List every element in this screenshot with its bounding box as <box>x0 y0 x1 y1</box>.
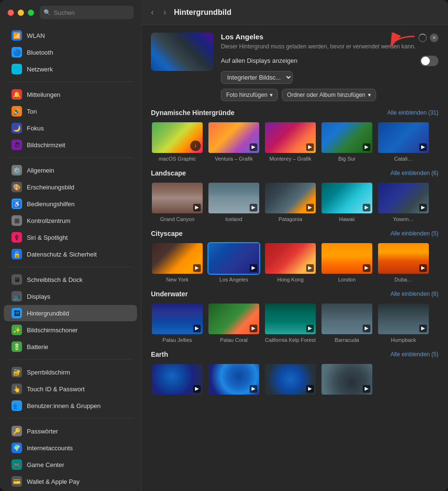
section-link-landscape[interactable]: Alle einblenden (6) <box>391 170 438 176</box>
source-select[interactable]: Integrierter Bildsc... <box>221 71 293 84</box>
sidebar-item-datenschutz[interactable]: 🔒 Datenschutz & Sicherheit <box>4 246 137 262</box>
bluetooth-icon: 🔵 <box>11 47 22 58</box>
wp-item-iceland[interactable]: Iceland <box>207 182 260 222</box>
sidebar-item-passwoerter[interactable]: 🔑 Passwörter <box>4 423 137 439</box>
divider-2 <box>8 157 133 158</box>
sidebar-label-touchid: Touch ID & Passwort <box>27 386 85 393</box>
main-body[interactable]: Los Angeles ✕ Dieser Hintergrund muss ge… <box>141 25 448 491</box>
forward-button[interactable]: › <box>161 5 168 19</box>
wp-thumb-iceland <box>207 182 260 214</box>
sidebar-item-bildschirmschoner[interactable]: ✨ Bildschirmschoner <box>4 322 137 338</box>
wp-thumb-dubai <box>377 242 430 275</box>
sidebar-item-netzwerk[interactable]: 🌐 Netzwerk <box>4 61 137 77</box>
play-badge-palau-coral <box>250 325 257 332</box>
sidebar-item-ton[interactable]: 🔊 Ton <box>4 103 137 119</box>
sidebar-section-general: ⚙️ Allgemein 🎨 Erscheinungsbild ♿ Bedien… <box>0 160 141 265</box>
wp-item-earth3[interactable] <box>264 363 317 397</box>
sidebar-item-gamecenter[interactable]: 🎮 Game Center <box>4 456 137 473</box>
wp-item-macos-graphic[interactable]: ↓ macOS Graphic <box>151 121 204 162</box>
display-toggle[interactable] <box>420 56 438 66</box>
sidebar-item-kontrollzentrum[interactable]: ⊞ Kontrollzentrum <box>4 212 137 229</box>
svg-marker-20 <box>195 387 199 391</box>
wp-item-earth1[interactable] <box>151 363 204 397</box>
wp-item-earth4[interactable] <box>321 363 373 397</box>
wp-thumb-barracuda <box>321 303 373 335</box>
sidebar-item-internetaccounts[interactable]: 🌍 Internetaccounts <box>4 440 137 456</box>
wp-item-earth2[interactable] <box>207 363 260 397</box>
svg-marker-14 <box>421 266 425 270</box>
sidebar-item-touchid[interactable]: 👆 Touch ID & Passwort <box>4 381 137 397</box>
add-folder-button[interactable]: Ordner oder Album hinzufügen ▾ <box>282 89 376 101</box>
divider-1 <box>8 82 133 82</box>
wp-item-new-york[interactable]: New York <box>151 242 204 282</box>
svg-marker-15 <box>195 327 199 330</box>
minimize-button[interactable] <box>18 10 24 16</box>
wp-item-london[interactable]: London <box>321 242 373 282</box>
section-link-underwater[interactable]: Alle einblenden (6) <box>391 291 438 297</box>
sidebar-item-sperrbildschirm[interactable]: 🔐 Sperrbildschirm <box>4 364 137 380</box>
wp-item-palau-jellies[interactable]: Palau Jellies <box>151 303 204 343</box>
sidebar-scroll[interactable]: 📶 WLAN 🔵 Bluetooth 🌐 Netzwerk 🔔 Mitteilu… <box>0 25 141 491</box>
sidebar-item-schreibtisch[interactable]: 🖥 Schreibtisch & Dock <box>4 271 137 288</box>
wp-thumb-new-york <box>151 242 204 275</box>
thumb-label-barracuda: Barracuda <box>335 337 359 343</box>
thumb-label-big-sur: Big Sur <box>338 156 356 162</box>
fullscreen-button[interactable] <box>28 10 34 16</box>
wp-item-catalina[interactable]: Catali… <box>377 121 430 162</box>
sidebar-item-bildschirmzeit[interactable]: ⏱ Bildschirmzeit <box>4 137 137 153</box>
sidebar-item-benutzer[interactable]: 👥 Benutzer:innen & Gruppen <box>4 397 137 414</box>
dynamic-grid: ↓ macOS Graphic Ventura – Grafik <box>151 121 438 162</box>
svg-marker-2 <box>308 145 312 149</box>
sidebar-label-netzwerk: Netzwerk <box>27 66 53 73</box>
wp-item-monterey[interactable]: Monterey – Grafik <box>264 121 317 162</box>
play-badge-grand-canyon <box>193 204 201 211</box>
wp-item-hawaii[interactable]: Hawaii <box>321 182 373 222</box>
thumb-label-los-angeles: Los Angeles <box>219 277 248 282</box>
wp-thumb-macos-graphic: ↓ <box>151 121 204 154</box>
wp-item-yosemite[interactable]: Yosem… <box>377 182 430 222</box>
sidebar-item-bluetooth[interactable]: 🔵 Bluetooth <box>4 44 137 60</box>
sidebar-item-fokus[interactable]: 🌙 Fokus <box>4 120 137 136</box>
sidebar-item-displays[interactable]: 📺 Displays <box>4 288 137 304</box>
wp-item-california-kelp[interactable]: California Kelp Forest <box>264 303 317 343</box>
section-link-cityscape[interactable]: Alle einblenden (5) <box>391 230 438 237</box>
wp-item-dubai[interactable]: Duba… <box>377 242 430 282</box>
section-title-earth: Earth <box>151 351 168 358</box>
display-icon: 📺 <box>11 291 22 302</box>
earth-grid <box>151 363 438 397</box>
wp-item-palau-coral[interactable]: Palau Coral <box>207 303 260 343</box>
wp-item-barracuda[interactable]: Barracuda <box>321 303 373 343</box>
section-link-dynamic[interactable]: Alle einblenden (31) <box>387 109 438 116</box>
wp-item-grand-canyon[interactable]: Grand Canyon <box>151 182 204 222</box>
back-button[interactable]: ‹ <box>149 5 156 19</box>
sidebar-label-gamecenter: Game Center <box>27 461 64 468</box>
sidebar-label-passwoerter: Passwörter <box>27 428 58 435</box>
add-photo-button[interactable]: Foto hinzufügen ▾ <box>221 89 278 101</box>
section-link-earth[interactable]: Alle einblenden (5) <box>391 351 438 358</box>
sidebar-item-hintergrundbild[interactable]: 🖼 Hintergrundbild <box>4 305 137 321</box>
wp-item-big-sur[interactable]: Big Sur <box>321 121 373 162</box>
wp-item-humpback[interactable]: Humpback <box>377 303 430 343</box>
moon-icon: 🌙 <box>11 123 22 133</box>
sidebar-item-wlan[interactable]: 📶 WLAN <box>4 27 137 44</box>
sidebar-item-wallet[interactable]: 💳 Wallet & Apple Pay <box>4 473 137 490</box>
search-placeholder: Suchen <box>54 9 75 16</box>
sidebar-section-notifications: 🔔 Mitteilungen 🔊 Ton 🌙 Fokus ⏱ Bildschir… <box>0 84 141 155</box>
sidebar-item-allgemein[interactable]: ⚙️ Allgemein <box>4 162 137 178</box>
sidebar-item-erscheinungsbild[interactable]: 🎨 Erscheinungsbild <box>4 179 137 195</box>
underwater-grid: Palau Jellies Palau Coral California Kel… <box>151 303 438 343</box>
wp-item-ventura[interactable]: Ventura – Grafik <box>207 121 260 162</box>
close-loading-button[interactable]: ✕ <box>430 34 438 42</box>
wp-item-los-angeles[interactable]: Los Angeles <box>207 242 260 282</box>
wp-item-patagonia[interactable]: Patagonia <box>264 182 317 222</box>
thumb-label-ventura: Ventura – Grafik <box>215 156 253 162</box>
sidebar-item-mitteilungen[interactable]: 🔔 Mitteilungen <box>4 86 137 103</box>
wp-thumb-patagonia <box>264 182 317 214</box>
wp-item-hong-kong[interactable]: Hong Kong <box>264 242 317 282</box>
sidebar-item-batterie[interactable]: 🔋 Batterie <box>4 339 137 355</box>
search-box[interactable]: 🔍 Suchen <box>40 6 134 19</box>
close-button[interactable] <box>8 10 14 16</box>
play-badge-ventura <box>250 143 257 151</box>
sidebar-item-bedienungshilfen[interactable]: ♿ Bedienungshilfen <box>4 196 137 212</box>
sidebar-item-siri[interactable]: 🎙 Siri & Spotlight <box>4 229 137 246</box>
